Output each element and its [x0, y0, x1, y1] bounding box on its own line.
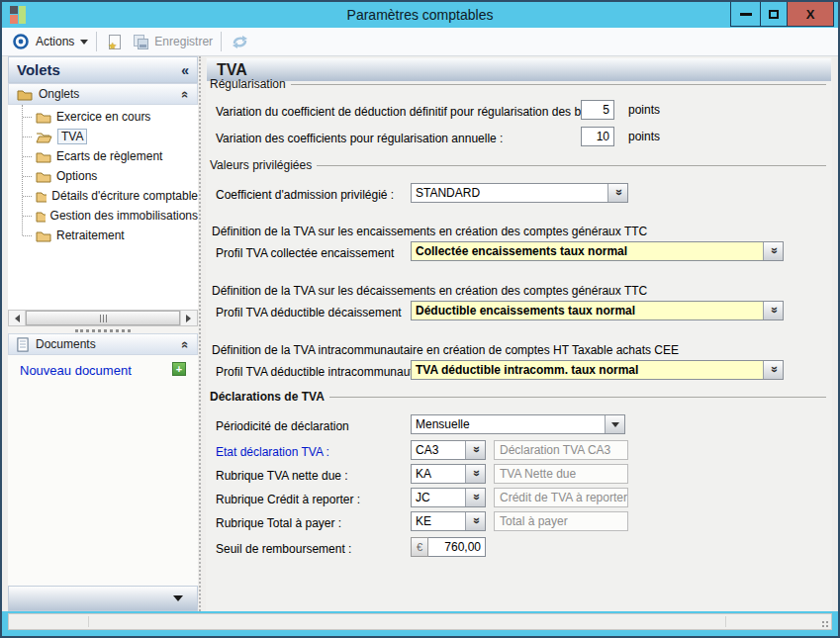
field-label: Périodicité de déclaration — [216, 419, 349, 433]
dropdown-button[interactable]: « — [465, 441, 485, 459]
etat-code-combo[interactable]: CA3 « — [411, 440, 486, 460]
field-label: Seuil de remboursement : — [216, 542, 351, 556]
save-label: Enregistrer — [154, 35, 213, 48]
profil-decaissement-combo[interactable]: Déductible encaissements taux normal « — [411, 301, 784, 320]
folder-open-icon — [36, 131, 52, 143]
tree-item-label: Options — [56, 169, 97, 183]
combo-value: KE — [412, 512, 465, 530]
sidebar: Volets « Onglets « Exercice en cours — [8, 56, 198, 611]
folder-icon — [36, 210, 46, 223]
horizontal-scrollbar[interactable] — [8, 310, 198, 326]
scrollbar-thumb[interactable] — [26, 311, 180, 325]
tree-item-options[interactable]: Options — [8, 166, 198, 186]
group-valeurs: Valeurs privilégiées — [210, 158, 826, 172]
dropdown-button[interactable]: « — [763, 242, 783, 260]
actions-target-icon — [12, 33, 30, 50]
dropdown-button[interactable]: « — [763, 361, 783, 379]
dropdown-button[interactable]: « — [763, 302, 783, 319]
tree-item-exercice[interactable]: Exercice en cours — [8, 107, 198, 127]
maximize-button[interactable] — [761, 2, 788, 27]
tree-item-details[interactable]: Détails d'écriture comptable — [8, 186, 198, 206]
onglets-header[interactable]: Onglets « — [8, 83, 198, 105]
documents-panel: Nouveau document + — [8, 355, 198, 586]
save-button[interactable] — [131, 32, 150, 51]
status-bar — [8, 613, 832, 630]
field-label: Rubrique TVA nette due : — [216, 469, 348, 483]
sidebar-bottom-bar[interactable] — [8, 586, 198, 611]
profil-intracommunautaire-combo[interactable]: TVA déductible intracomm. taux normal « — [411, 360, 784, 380]
volets-title: Volets — [17, 61, 60, 78]
content-area: Volets « Onglets « Exercice en cours — [2, 56, 838, 611]
tree-item-immobilisations[interactable]: Gestion des immobilisations — [8, 206, 198, 226]
periodicite-combo[interactable]: Mensuelle — [411, 414, 625, 434]
double-chevron-icon: « — [469, 447, 483, 453]
combo-value: STANDARD — [412, 184, 607, 202]
nette-code-combo[interactable]: KA « — [411, 464, 486, 484]
tree-item-label: Exercice en cours — [56, 110, 150, 124]
collapse-section-icon[interactable]: « — [178, 90, 193, 97]
unit-label: points — [628, 130, 660, 143]
dropdown-button[interactable]: « — [607, 184, 627, 202]
documents-title: Documents — [36, 337, 96, 351]
currency-euro-button[interactable]: € — [411, 537, 428, 557]
chevron-down-icon — [80, 40, 88, 48]
profil-collectee-combo[interactable]: Collectée encaissements taux normal « — [411, 241, 784, 261]
maximize-icon — [769, 10, 779, 19]
combo-value: JC — [412, 489, 465, 506]
seuil-remboursement-input[interactable] — [428, 537, 486, 557]
dropdown-button[interactable]: « — [465, 512, 485, 530]
combo-value: Déductible encaissements taux normal — [412, 302, 763, 319]
collapse-panel-button[interactable]: « — [181, 62, 189, 78]
documents-header[interactable]: Documents « — [8, 333, 198, 355]
refresh-icon — [232, 35, 248, 49]
combo-value: CA3 — [412, 441, 465, 459]
field-label-link[interactable]: Etat déclaration TVA : — [216, 445, 329, 459]
dropdown-button[interactable]: « — [465, 465, 485, 483]
double-chevron-icon: « — [767, 308, 781, 314]
new-item-button[interactable]: ★ — [105, 32, 125, 51]
tree-item-label: Ecarts de règlement — [56, 149, 162, 163]
field-label: Variation des coefficients pour régulari… — [216, 132, 503, 145]
add-document-button[interactable]: + — [172, 362, 186, 376]
field-label: Profil TVA déductible intracommunautaire — [216, 365, 433, 379]
unit-label: points — [628, 103, 660, 117]
onglets-title: Onglets — [39, 87, 79, 101]
actions-menu-button[interactable]: Actions — [12, 33, 88, 50]
window-title: Paramètres comptables — [2, 2, 838, 28]
tree-item-label: Gestion des immobilisations — [50, 209, 198, 223]
row-variation-biens: Variation du coefficient de déduction dé… — [216, 102, 826, 122]
variation-annuelle-input[interactable] — [581, 127, 614, 146]
minimize-button[interactable] — [730, 2, 761, 27]
variation-biens-input[interactable] — [581, 100, 614, 120]
close-button[interactable]: X — [788, 2, 834, 27]
credit-code-combo[interactable]: JC « — [411, 488, 486, 507]
double-chevron-icon: « — [611, 190, 625, 196]
definition-text: Définition de la TVA intracommunautaire … — [212, 343, 679, 357]
dropdown-button[interactable] — [605, 415, 624, 433]
actions-label: Actions — [36, 35, 74, 48]
total-code-combo[interactable]: KE « — [411, 511, 486, 531]
tree-item-label: Retraitement — [56, 228, 125, 242]
field-label: Variation du coefficient de déduction dé… — [216, 105, 609, 119]
combo-value: Collectée encaissements taux normal — [412, 242, 763, 260]
tree-item-retraitement[interactable]: Retraitement — [8, 226, 198, 245]
title-bar: Paramètres comptables X — [2, 2, 838, 28]
dropdown-button[interactable]: « — [465, 489, 485, 506]
scroll-left-button[interactable] — [9, 311, 26, 325]
collapse-section-icon[interactable]: « — [178, 340, 193, 347]
nette-description-field: TVA Nette due — [494, 464, 628, 484]
folder-icon — [36, 150, 51, 163]
vertical-splitter[interactable] — [199, 56, 201, 611]
tree-item-tva[interactable]: TVA — [8, 127, 198, 146]
combo-value: Mensuelle — [412, 415, 605, 433]
tree-item-ecarts[interactable]: Ecarts de règlement — [8, 146, 198, 166]
scroll-right-button[interactable] — [180, 311, 197, 325]
star-icon: ★ — [108, 42, 117, 51]
refresh-button[interactable] — [230, 32, 249, 51]
field-label: Rubrique Total à payer : — [216, 516, 341, 530]
tree-item-label-selected: TVA — [57, 129, 87, 144]
new-document-link[interactable]: Nouveau document — [20, 363, 132, 378]
resize-grip[interactable] — [819, 618, 828, 627]
definition-text: Définition de la TVA sur les encaissemen… — [212, 225, 647, 238]
coefficient-combo[interactable]: STANDARD « — [411, 183, 628, 203]
